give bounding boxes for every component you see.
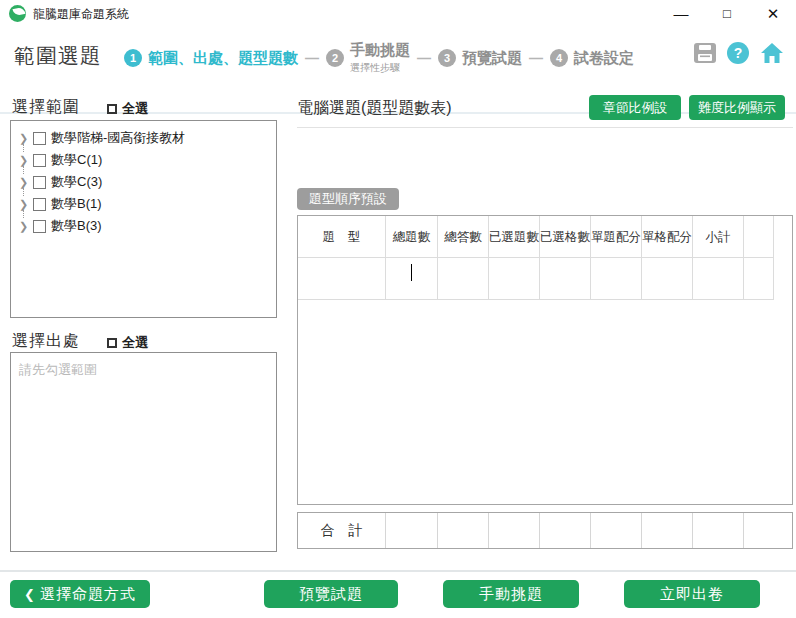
chevron-right-icon[interactable]: ❯ [19, 132, 33, 145]
step-2: 2 手動挑題 選擇性步驟 [326, 41, 410, 75]
back-button-label: 選擇命題方式 [40, 585, 136, 602]
range-select-all-checkbox[interactable] [107, 104, 117, 114]
tree-item-checkbox[interactable] [33, 176, 46, 189]
table-header-row: 題 型 總題數 總答數 已選題數 已選格數 單題配分 單格配分 小計 [298, 216, 792, 258]
range-select-all-label: 全選 [122, 100, 148, 118]
chevron-left-icon: ❮ [24, 587, 36, 602]
summary-cell [489, 513, 540, 548]
summary-cell [744, 513, 792, 548]
generate-exam-button[interactable]: 立即出卷 [624, 580, 760, 608]
save-icon[interactable] [694, 43, 716, 63]
step-4-number: 4 [550, 49, 568, 67]
cell-type[interactable] [298, 258, 386, 300]
header: 範圍選題 1 範圍、出處、題型題數 — 2 手動挑題 選擇性步驟 — 3 預覽試… [0, 28, 796, 85]
step-4: 4 試卷設定 [550, 49, 634, 68]
range-section-title: 選擇範圍 [12, 97, 80, 118]
question-type-table: 題 型 總題數 總答數 已選題數 已選格數 單題配分 單格配分 小計 [297, 215, 793, 505]
step-separator: — [417, 50, 431, 66]
col-header-selected-questions: 已選題數 [489, 216, 540, 258]
tree-item-label[interactable]: 數學B(3) [51, 217, 102, 235]
chapter-ratio-button[interactable]: 章節比例設定 [589, 95, 681, 120]
tree-item[interactable]: ❯ 數學B(3) [11, 215, 276, 237]
col-header-subtotal: 小計 [693, 216, 744, 258]
summary-cell [693, 513, 744, 548]
preset-order-tab[interactable]: 題型順序預設 [297, 188, 399, 210]
tree-item-label[interactable]: 數學B(1) [51, 195, 102, 213]
cell-total-answers[interactable] [438, 258, 489, 300]
chevron-right-icon[interactable]: ❯ [19, 176, 33, 189]
source-select-all[interactable]: 全選 [107, 334, 148, 352]
step-4-label: 試卷設定 [574, 49, 634, 68]
step-1-number: 1 [124, 49, 142, 67]
summary-table: 合 計 [297, 512, 793, 549]
cell-total-questions[interactable] [386, 258, 438, 300]
back-to-method-button[interactable]: ❮選擇命題方式 [10, 580, 150, 608]
step-2-number: 2 [326, 49, 344, 67]
cell-points-per-blank[interactable] [642, 258, 693, 300]
minimize-button[interactable]: — [664, 0, 698, 28]
footer-divider [0, 570, 796, 572]
source-section-title: 選擇出處 [12, 331, 80, 352]
step-2-label: 手動挑題 [350, 41, 410, 60]
source-select-all-label: 全選 [122, 334, 148, 352]
app-title: 龍騰題庫命題系統 [33, 0, 129, 28]
chevron-right-icon[interactable]: ❯ [19, 154, 33, 167]
tree-item-checkbox[interactable] [33, 198, 46, 211]
home-icon[interactable] [760, 42, 784, 64]
step-3-label: 預覽試題 [462, 49, 522, 68]
col-header-selected-blanks: 已選格數 [540, 216, 591, 258]
tree-item-checkbox[interactable] [33, 132, 46, 145]
step-separator: — [529, 50, 543, 66]
manual-pick-button[interactable]: 手動挑題 [443, 580, 579, 608]
summary-row: 合 計 [298, 513, 792, 548]
step-indicator: 1 範圍、出處、題型題數 — 2 手動挑題 選擇性步驟 — 3 預覽試題 — 4… [124, 38, 634, 78]
chevron-right-icon[interactable]: ❯ [19, 220, 33, 233]
tree-item-label[interactable]: 數學C(3) [51, 173, 102, 191]
col-header-total-questions: 總題數 [386, 216, 438, 258]
close-button[interactable]: ✕ [756, 0, 790, 28]
tree-item-label[interactable]: 數學C(1) [51, 151, 102, 169]
cell-points-per-question[interactable] [591, 258, 642, 300]
maximize-button[interactable]: □ [710, 0, 744, 28]
summary-cell [438, 513, 489, 548]
source-placeholder: 請先勾選範圍 [11, 353, 276, 387]
tree-item[interactable]: ❯ 數學B(1) [11, 193, 276, 215]
range-select-all[interactable]: 全選 [107, 100, 148, 118]
summary-total-label: 合 計 [298, 513, 386, 548]
cell-selected-questions[interactable] [489, 258, 540, 300]
title-bar: 龍騰題庫命題系統 — □ ✕ [0, 0, 796, 28]
col-header-extra [744, 216, 774, 258]
main-panel-divider [297, 127, 793, 128]
step-2-sublabel: 選擇性步驟 [350, 61, 410, 75]
step-separator: — [305, 50, 319, 66]
difficulty-ratio-button[interactable]: 難度比例顯示 [689, 95, 785, 120]
tree-item-checkbox[interactable] [33, 220, 46, 233]
step-3: 3 預覽試題 [438, 49, 522, 68]
app-logo-icon [9, 5, 26, 22]
cell-selected-blanks[interactable] [540, 258, 591, 300]
step-1: 1 範圍、出處、題型題數 [124, 49, 298, 68]
tree-item[interactable]: ❯ 數學階梯-國高銜接教材 [11, 127, 276, 149]
text-caret [411, 264, 412, 281]
range-tree: ❯ 數學階梯-國高銜接教材 ❯ 數學C(1) ❯ 數學C(3) ❯ 數學B(1)… [10, 120, 277, 318]
main-panel-title: 電腦選題(題型題數表) [297, 98, 452, 119]
tree-item[interactable]: ❯ 數學C(3) [11, 171, 276, 193]
summary-cell [386, 513, 438, 548]
summary-cell [540, 513, 591, 548]
tree-item-label[interactable]: 數學階梯-國高銜接教材 [51, 129, 185, 147]
step-1-label: 範圍、出處、題型題數 [148, 49, 298, 68]
table-row[interactable] [298, 258, 792, 300]
help-icon[interactable]: ? [727, 42, 749, 64]
source-select-all-checkbox[interactable] [107, 338, 117, 348]
chevron-right-icon[interactable]: ❯ [19, 198, 33, 211]
tree-item-checkbox[interactable] [33, 154, 46, 167]
page-title: 範圍選題 [14, 42, 102, 70]
cell-subtotal[interactable] [693, 258, 744, 300]
col-header-points-per-question: 單題配分 [591, 216, 642, 258]
col-header-type: 題 型 [298, 216, 386, 258]
tree-item[interactable]: ❯ 數學C(1) [11, 149, 276, 171]
col-header-total-answers: 總答數 [438, 216, 489, 258]
col-header-points-per-blank: 單格配分 [642, 216, 693, 258]
preview-questions-button[interactable]: 預覽試題 [264, 580, 398, 608]
cell-extra[interactable] [744, 258, 774, 300]
